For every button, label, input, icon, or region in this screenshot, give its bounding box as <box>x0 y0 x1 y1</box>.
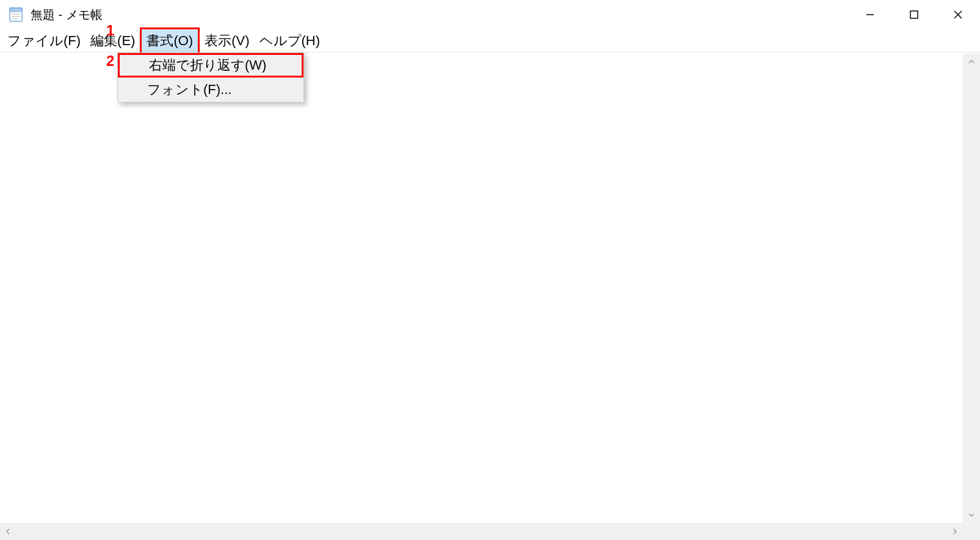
scroll-right-icon[interactable] <box>947 524 963 539</box>
menu-font[interactable]: フォント(F)... <box>118 77 303 102</box>
text-area[interactable] <box>0 54 963 523</box>
format-dropdown: 右端で折り返す(W) フォント(F)... <box>117 52 304 103</box>
maximize-button[interactable] <box>892 0 936 29</box>
notepad-icon <box>7 6 24 23</box>
title-left: 無題 - メモ帳 <box>7 6 103 23</box>
vertical-scrollbar[interactable] <box>963 54 980 523</box>
title-bar: 無題 - メモ帳 <box>0 0 980 29</box>
svg-rect-11 <box>910 11 918 18</box>
scroll-left-icon[interactable] <box>0 524 16 539</box>
menu-word-wrap[interactable]: 右端で折り返す(W) <box>118 53 303 77</box>
menu-file[interactable]: ファイル(F) <box>2 29 85 52</box>
scroll-down-icon[interactable] <box>964 507 979 523</box>
menu-bar: ファイル(F) 編集(E) 書式(O) 表示(V) ヘルプ(H) <box>0 29 980 52</box>
scroll-up-icon[interactable] <box>964 54 979 70</box>
menu-format[interactable]: 書式(O) <box>140 27 200 54</box>
annotation-2: 2 <box>106 52 114 70</box>
window-title: 無題 - メモ帳 <box>31 7 103 23</box>
menu-view[interactable]: 表示(V) <box>200 29 254 52</box>
minimize-button[interactable] <box>848 0 892 29</box>
horizontal-scrollbar[interactable] <box>0 523 980 540</box>
close-button[interactable] <box>936 0 980 29</box>
window-controls <box>848 0 980 29</box>
annotation-1: 1 <box>106 22 114 39</box>
menu-help[interactable]: ヘルプ(H) <box>255 29 325 52</box>
